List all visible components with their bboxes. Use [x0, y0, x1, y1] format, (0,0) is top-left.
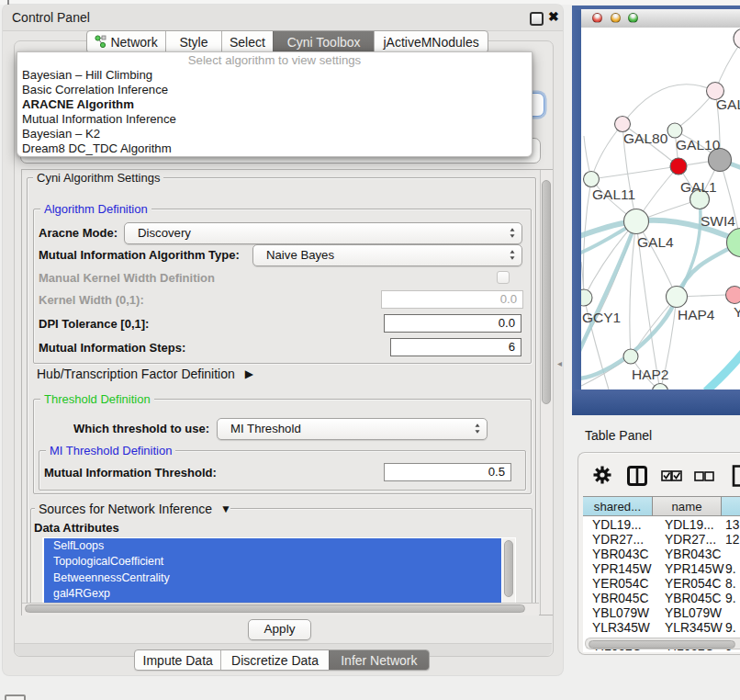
zoom-traffic-light[interactable]: [628, 13, 638, 23]
column-header[interactable]: name: [653, 496, 722, 516]
tab-infer-network[interactable]: Infer Network: [329, 650, 429, 670]
network-edge[interactable]: [591, 166, 678, 179]
algorithm-option[interactable]: ARACNE Algorithm: [17, 97, 532, 112]
column-header[interactable]: shared...: [583, 496, 653, 516]
settings-hscrollbar-thumb[interactable]: [25, 604, 525, 613]
table-cell[interactable]: 9.: [725, 592, 736, 606]
aracne-mode-combobox[interactable]: Discovery: [124, 222, 522, 244]
attribute-item[interactable]: SelfLoops: [44, 538, 501, 554]
new-file-icon[interactable]: [732, 465, 740, 487]
table-cell[interactable]: YLR345W: [665, 621, 723, 636]
table-cell[interactable]: 8.: [725, 577, 736, 592]
algorithm-option[interactable]: Bayesian – Hill Climbing: [17, 68, 532, 83]
which-threshold-combobox[interactable]: MI Threshold: [217, 418, 488, 440]
network-node[interactable]: [667, 287, 688, 308]
mi-threshold-field[interactable]: 0.5: [384, 463, 511, 481]
close-icon[interactable]: ✖: [548, 10, 559, 24]
network-node[interactable]: [584, 172, 600, 187]
tab-discretize-data[interactable]: Discretize Data: [220, 650, 328, 670]
gear-icon[interactable]: [592, 465, 612, 485]
table-cell[interactable]: 9.: [725, 562, 736, 577]
dpi-tolerance-field[interactable]: 0.0: [384, 314, 521, 333]
table-cell[interactable]: YDL19...: [592, 518, 642, 533]
settings-vscrollbar-thumb[interactable]: [542, 180, 551, 404]
network-node[interactable]: [734, 28, 740, 49]
table-cell[interactable]: YDR27...: [592, 533, 644, 548]
network-node[interactable]: [727, 229, 740, 257]
table-cell[interactable]: YER054C: [665, 577, 721, 592]
cyni-mode-tabbar: Impute DataDiscretize DataInfer Network: [134, 649, 430, 671]
table-cell[interactable]: YBR043C: [592, 548, 648, 562]
table-cell[interactable]: 12: [725, 533, 739, 548]
network-node[interactable]: [581, 289, 592, 306]
table-horizontal-scrollbar[interactable]: [585, 638, 740, 649]
tab-impute-data[interactable]: Impute Data: [135, 650, 220, 670]
network-window-titlebar[interactable]: [581, 9, 740, 28]
mi-steps-field[interactable]: 6: [390, 338, 521, 356]
table-cell[interactable]: 13: [725, 518, 739, 533]
tab-label: Select: [230, 35, 265, 50]
network-node[interactable]: [623, 349, 638, 364]
float-window-icon[interactable]: [530, 12, 544, 26]
network-edge[interactable]: [583, 179, 591, 298]
kernel-width-field[interactable]: 0.0: [381, 290, 523, 309]
select-all-icon[interactable]: [661, 470, 682, 481]
attribute-item[interactable]: gal4RGexp: [44, 586, 501, 602]
tab-network[interactable]: Network: [87, 31, 165, 52]
table-cell[interactable]: YER054C: [592, 577, 648, 592]
data-attributes-label: Data Attributes: [34, 521, 119, 535]
attribute-item[interactable]: TopologicalCoefficient: [44, 554, 501, 570]
close-traffic-light[interactable]: [592, 13, 602, 23]
hub-definition-toggle[interactable]: Hub/Transcription Factor Definition ▶: [37, 367, 247, 381]
network-node[interactable]: [726, 287, 740, 304]
network-edge[interactable]: [679, 199, 701, 294]
node-label: GAL11: [592, 186, 635, 202]
tab-cyni-toolbox[interactable]: Cyni Toolbox: [273, 31, 374, 52]
splitter-collapse-icon[interactable]: ◂: [557, 358, 562, 368]
manual-kernel-width-checkbox[interactable]: [497, 271, 510, 284]
network-edge[interactable]: [591, 124, 622, 179]
table-cell[interactable]: YPR145W: [665, 562, 723, 577]
mi-algorithm-type-combobox[interactable]: Naive Bayes: [252, 244, 522, 266]
minimize-traffic-light[interactable]: [611, 13, 621, 23]
table-cell[interactable]: 9.: [725, 621, 736, 636]
tab-jactivemnodules[interactable]: jActiveMNodules: [374, 31, 488, 52]
deselect-all-icon[interactable]: [694, 471, 714, 481]
mi-threshold-definition-title: MI Threshold Definition: [46, 445, 175, 457]
table-cell[interactable]: YLR345W: [592, 621, 650, 636]
table-cell[interactable]: YPR145W: [592, 562, 651, 577]
node-label: GAL10: [676, 137, 721, 152]
mi-steps-label: Mutual Information Steps:: [39, 341, 185, 355]
table-cell[interactable]: YDR27...: [665, 533, 716, 548]
table-hscrollbar-thumb[interactable]: [589, 640, 735, 649]
tab-label: Infer Network: [341, 653, 417, 668]
network-edge[interactable]: [706, 351, 740, 390]
algorithm-option[interactable]: Mutual Information Inference: [17, 112, 532, 127]
attributes-scrollbar-thumb[interactable]: [504, 540, 513, 597]
split-columns-icon[interactable]: [627, 466, 647, 486]
dpi-tolerance-label: DPI Tolerance [0,1]:: [39, 317, 149, 331]
network-node[interactable]: [670, 158, 687, 175]
algorithm-option[interactable]: Dream8 DC_TDC Algorithm: [17, 141, 532, 156]
sources-toggle[interactable]: Sources for Network Inference ▼: [35, 502, 230, 516]
table-cell[interactable]: YBL079W: [665, 606, 722, 621]
table-cell[interactable]: YBR045C: [592, 592, 648, 606]
table-cell[interactable]: YBL079W: [592, 606, 649, 621]
network-node[interactable]: [615, 117, 631, 132]
table-cell[interactable]: YBR045C: [665, 592, 721, 606]
node-label: GCY1: [582, 310, 621, 325]
table-cell[interactable]: YBR043C: [665, 548, 721, 562]
minimized-window-icon[interactable]: [5, 694, 26, 700]
algorithm-option[interactable]: Bayesian – K2: [17, 127, 532, 141]
network-node[interactable]: [667, 123, 682, 138]
tab-style[interactable]: Style: [165, 31, 220, 52]
column-header[interactable]: [722, 496, 740, 516]
apply-button[interactable]: Apply: [248, 619, 311, 640]
attribute-item[interactable]: BetweennessCentrality: [44, 570, 501, 586]
algorithm-option[interactable]: Basic Correlation Inference: [17, 83, 532, 97]
network-edge[interactable]: [622, 85, 715, 124]
table-cell[interactable]: YDL19...: [665, 518, 714, 533]
network-canvas[interactable]: GALGAL80GAL10GAL1GAL11GAL4SWI4GCY1HAP4YH…: [581, 28, 740, 390]
network-node[interactable]: [624, 209, 649, 234]
tab-select[interactable]: Select: [221, 31, 273, 52]
